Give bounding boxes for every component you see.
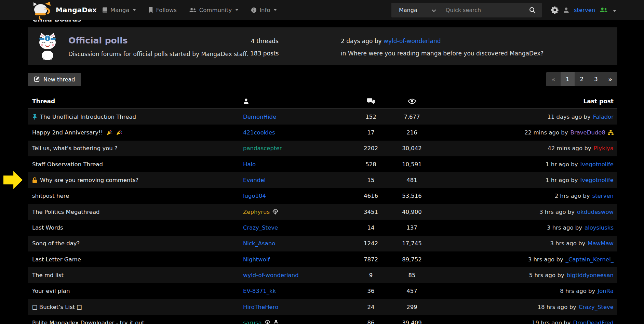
thread-row[interactable]: The Unofficial Introduction ThreadDemonH…	[28, 109, 617, 125]
official-polls-board[interactable]: i Official polls Discussion forums for o…	[28, 27, 617, 65]
last-post-time: 8 hrs ago by	[560, 288, 595, 294]
last-post-user-link[interactable]: BraveDude8	[571, 129, 605, 136]
new-thread-button[interactable]: New thread	[28, 73, 81, 86]
last-post-user-link[interactable]: _Captain_Kernel_	[566, 256, 614, 263]
caret-down-icon	[273, 9, 277, 11]
thread-row[interactable]: Song of the day?Nick_Asano124217,7453 hr…	[28, 236, 617, 251]
thread-author-link[interactable]: lugo104	[243, 193, 266, 199]
thread-row[interactable]: Why are you removing comments?Evandel154…	[28, 172, 617, 188]
pagination-page-2[interactable]: 2	[575, 72, 589, 86]
last-post-user-link[interactable]: MawMaw	[588, 240, 614, 247]
thread-row[interactable]: Your evil planEV-8371_kk364578 hrs ago b…	[28, 283, 617, 299]
last-post-user-link[interactable]: aloysiusks	[585, 224, 614, 231]
thread-title-text: Last Letter Game	[32, 256, 81, 263]
nav-item-info[interactable]: Info	[251, 7, 277, 13]
user-menu-caret-icon[interactable]	[613, 7, 616, 13]
reply-count: 15	[354, 172, 388, 188]
pagination-last-button[interactable]: »	[603, 72, 617, 86]
last-post-info: 22 mins ago byBraveDude8	[524, 125, 614, 140]
thread-title-link[interactable]: Last Words	[32, 220, 63, 235]
thread-row[interactable]: Tell us, what's bothering you ?pandascep…	[28, 141, 617, 156]
nav-item-community[interactable]: Community	[189, 7, 239, 13]
thread-row[interactable]: Polite Mangadex Downloader - try it outs…	[28, 315, 617, 324]
thread-row[interactable]: The md listwyld-of-wonderland9855 hrs ag…	[28, 267, 617, 283]
thread-row[interactable]: Last WordsCrazy_Steve141373 hrs ago byal…	[28, 220, 617, 235]
last-post-info: 8 hrs ago byJonRa	[560, 283, 614, 299]
thread-title-link[interactable]: Last Letter Game	[32, 251, 81, 267]
last-post-user-link[interactable]: Ivegotnolife	[580, 161, 614, 168]
last-post-user-link[interactable]: Plykiya	[594, 145, 614, 152]
thread-title-link[interactable]: shitpost here	[32, 188, 69, 204]
nav-item-follows[interactable]: Follows	[148, 7, 176, 13]
board-last-post-user-link[interactable]: wyld-of-wonderland	[384, 38, 441, 44]
last-post-user-link[interactable]: okdudeswow	[577, 209, 614, 215]
thread-title-link[interactable]: Why are you removing comments?	[32, 172, 138, 188]
thread-author-link[interactable]: sarusa	[243, 320, 262, 324]
reply-count: 86	[354, 315, 388, 324]
thread-author-link[interactable]: Nick_Asano	[243, 240, 275, 247]
board-title-link[interactable]: Official polls	[68, 36, 128, 46]
pin-icon	[32, 114, 37, 120]
thread-row[interactable]: The Politics MegathreadZephyrus345140,90…	[28, 204, 617, 220]
thread-title-link[interactable]: Tell us, what's bothering you ?	[32, 141, 118, 156]
last-post-user-link[interactable]: sterven	[592, 193, 614, 199]
thread-author-link[interactable]: EV-8371_kk	[243, 288, 276, 294]
thread-author-link[interactable]: Nightwolf	[243, 256, 270, 263]
quick-search-input[interactable]	[445, 7, 529, 14]
thread-row[interactable]: Last Letter GameNightwolf787289,7523 hrs…	[28, 251, 617, 267]
last-post-user-link[interactable]: Ivegotnolife	[580, 177, 614, 183]
thread-title-link[interactable]: □ Bucket’s List □	[32, 299, 82, 315]
mangadex-logo-icon[interactable]	[31, 1, 53, 22]
pagination-first-button[interactable]: «	[546, 72, 561, 86]
pagination-page-1[interactable]: 1	[561, 72, 575, 86]
thread-author-link[interactable]: HiroTheHero	[243, 304, 278, 310]
pagination-page-3[interactable]: 3	[589, 72, 603, 86]
user-avatar-icon[interactable]	[563, 7, 569, 13]
thread-row[interactable]: □ Bucket’s List □HiroTheHero2429918 hrs …	[28, 299, 617, 315]
thread-title-link[interactable]: The md list	[32, 267, 64, 283]
thread-title-link[interactable]: The Politics Megathread	[32, 204, 100, 220]
thread-title-text: Happy 2nd Anniversary!!	[32, 129, 103, 136]
board-last-post-thread-line: in Where were you reading manga before y…	[341, 50, 544, 57]
thread-author-link[interactable]: wyld-of-wonderland	[243, 272, 299, 278]
nav-item-label: Community	[199, 7, 232, 13]
thread-author-link[interactable]: pandascepter	[243, 145, 282, 152]
last-post-user-link[interactable]: DropDeadFred	[573, 320, 614, 324]
thread-author-link[interactable]: Crazy_Steve	[243, 224, 278, 231]
last-post-user-link[interactable]: bigtiddyoneesan	[567, 272, 614, 278]
thread-author-link[interactable]: Zephyrus	[243, 209, 270, 215]
top-navbar: MangaDex Manga Follows Community Info	[0, 0, 644, 20]
view-count: 216	[391, 125, 432, 140]
search-category-select[interactable]: Manga	[391, 7, 436, 13]
nav-item-manga[interactable]: Manga	[102, 7, 136, 13]
last-post-user-link[interactable]: Falador	[593, 114, 614, 120]
reply-count: 4616	[354, 188, 388, 204]
thread-author-link[interactable]: Evandel	[243, 177, 266, 183]
username-link[interactable]: sterven	[574, 7, 595, 13]
thread-row[interactable]: Happy 2nd Anniversary!!421cookies1721622…	[28, 125, 617, 140]
last-post-user-link[interactable]: JonRa	[598, 288, 614, 294]
thread-title-link[interactable]: Song of the day?	[32, 236, 80, 251]
thread-author-link[interactable]: DemonHide	[243, 114, 276, 120]
thread-row[interactable]: Staff Observation ThreadHalo52810,5911 h…	[28, 156, 617, 172]
settings-gear-icon[interactable]	[551, 6, 559, 14]
thread-row[interactable]: shitpost herelugo104461653,5162 hrs ago …	[28, 188, 617, 204]
nav-item-label: Info	[259, 7, 270, 13]
online-users-icon[interactable]	[600, 7, 608, 13]
board-last-post-thread-link[interactable]: Where were you reading manga before you …	[348, 50, 544, 57]
view-count: 457	[391, 283, 432, 299]
user-cluster: sterven	[551, 0, 616, 20]
thread-title-link[interactable]: Your evil plan	[32, 283, 70, 299]
last-post-user-link[interactable]: Crazy_Steve	[579, 304, 614, 310]
caret-down-icon	[133, 9, 136, 11]
thread-title-link[interactable]: Happy 2nd Anniversary!!	[32, 125, 122, 140]
edit-icon	[34, 76, 40, 83]
thread-author-link[interactable]: Halo	[243, 161, 256, 168]
thread-author-link[interactable]: 421cookies	[243, 129, 275, 136]
thread-title-link[interactable]: Polite Mangadex Downloader - try it out	[32, 315, 144, 324]
by-label: by	[375, 38, 382, 44]
brand-title[interactable]: MangaDex	[56, 0, 97, 20]
thread-title-link[interactable]: Staff Observation Thread	[32, 156, 103, 172]
search-icon[interactable]	[529, 7, 542, 13]
thread-title-link[interactable]: The Unofficial Introduction Thread	[32, 109, 136, 125]
